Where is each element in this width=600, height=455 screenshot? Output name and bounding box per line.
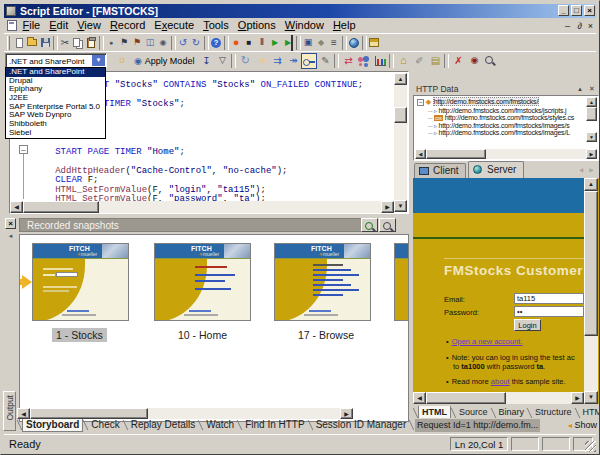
menu-edit[interactable]: Edit bbox=[45, 18, 73, 33]
http-tree-root-url[interactable]: http://demo.fmstocks.com/fmstocks/ bbox=[433, 97, 539, 106]
snapshot-label[interactable]: 1 - Stocks bbox=[52, 328, 107, 342]
tab-scroll-left-icon[interactable]: ◃ bbox=[579, 166, 583, 174]
show-link[interactable]: ◄Show bbox=[567, 419, 597, 432]
tab-watch[interactable]: Watch bbox=[203, 419, 237, 431]
snapshots-pin-icon[interactable]: ◂ bbox=[5, 231, 16, 240]
tree-scroll-left[interactable]: ◀ bbox=[415, 149, 426, 159]
refresh-icon[interactable]: ↻ bbox=[237, 53, 253, 69]
tab-htm[interactable]: HTM bbox=[580, 406, 599, 418]
snapshots-header[interactable]: Recorded snapshots bbox=[19, 218, 375, 232]
maximize-button[interactable]: □ bbox=[571, 5, 582, 16]
cut-icon[interactable]: ✂ bbox=[59, 35, 71, 51]
model-disabled-icon[interactable]: ¤ bbox=[114, 53, 130, 69]
save-icon[interactable] bbox=[39, 35, 51, 51]
snapshots-close-button[interactable]: × bbox=[5, 218, 16, 229]
preview-scroll-up[interactable]: ▲ bbox=[584, 178, 598, 191]
dropdown-option[interactable]: Epiphany bbox=[6, 85, 105, 94]
window-layout-icon[interactable] bbox=[368, 35, 380, 51]
dropdown-option[interactable]: Drupal bbox=[6, 77, 105, 86]
http-data-tree[interactable]: – ◆ http://demo.fmstocks.com/fmstocks/--… bbox=[413, 95, 599, 161]
http-data-close-icon[interactable]: ✕ bbox=[587, 84, 597, 94]
back-disabled-icon[interactable]: ◀ bbox=[253, 53, 269, 69]
stop-icon[interactable]: ■ bbox=[243, 35, 255, 51]
dropdown-option[interactable]: Shibboleth bbox=[6, 120, 105, 129]
console-icon[interactable]: ≡ bbox=[328, 35, 340, 51]
email-field[interactable]: ta115 bbox=[514, 293, 584, 304]
zoom-in-button[interactable] bbox=[361, 218, 378, 232]
editor-scroll-down[interactable]: ▼ bbox=[394, 200, 407, 212]
copy-icon[interactable] bbox=[72, 35, 84, 51]
correlate-2-icon[interactable]: ↠ bbox=[285, 53, 301, 69]
results-icon[interactable]: ▣ bbox=[302, 35, 314, 51]
snapshot-thumbnail[interactable]: FITCHmueller bbox=[394, 243, 409, 321]
help-icon[interactable]: ? bbox=[210, 35, 222, 51]
tree-scroll-right[interactable]: ▶ bbox=[586, 149, 597, 159]
tab-find-in-http[interactable]: Find In HTTP bbox=[242, 419, 307, 431]
sync-icon[interactable]: ⇄ bbox=[340, 53, 356, 69]
inspect-icon[interactable]: ◉ bbox=[157, 35, 169, 51]
minimize-button[interactable]: _ bbox=[558, 5, 569, 16]
new-file-icon[interactable] bbox=[13, 35, 25, 51]
web-icon[interactable] bbox=[348, 35, 360, 51]
menu-help[interactable]: Help bbox=[328, 18, 360, 33]
mdi-close-button[interactable]: × bbox=[588, 21, 593, 31]
toolbar-grip[interactable] bbox=[7, 36, 10, 50]
dropdown-option[interactable]: SAP Enterprise Portal 5.0 bbox=[6, 103, 105, 112]
key-red-icon[interactable]: ⚑ bbox=[131, 35, 143, 51]
combobox-dropdown-icon[interactable]: ▼ bbox=[92, 55, 105, 66]
filter-icon[interactable]: ▽ bbox=[214, 53, 230, 69]
run-to-end-icon[interactable]: ▶ bbox=[282, 35, 294, 51]
request-item[interactable]: Request Id=1 http://demo.fm... bbox=[415, 419, 540, 432]
dropdown-option[interactable]: SAP Web Dynpro bbox=[6, 111, 105, 120]
users-icon[interactable] bbox=[356, 53, 372, 69]
http-data-pin-icon[interactable]: ▴ bbox=[575, 84, 585, 94]
dropdown-option[interactable]: J2EE bbox=[6, 94, 105, 103]
error-mark-icon[interactable]: ◉ bbox=[466, 53, 482, 69]
editor-vscroll-track[interactable] bbox=[394, 85, 407, 200]
apply-model-button[interactable]: ◉Apply Model bbox=[130, 53, 198, 69]
storyboard-hscroll-thumb[interactable] bbox=[30, 408, 148, 419]
tab-output[interactable]: Output bbox=[3, 391, 16, 431]
tab-binary[interactable]: Binary bbox=[496, 406, 528, 418]
server-preview[interactable]: FMStocks Customer Email: ta115 Password:… bbox=[413, 178, 599, 404]
model-combobox[interactable]: .NET and SharePoint ▼ bbox=[5, 53, 107, 68]
tree-collapse-icon[interactable]: – bbox=[417, 99, 424, 106]
dropdown-option[interactable]: .NET and SharePoint bbox=[6, 68, 105, 77]
tree-scroll-down[interactable]: ▼ bbox=[586, 132, 597, 142]
close-button[interactable]: × bbox=[584, 5, 595, 16]
snapshot-thumbnail[interactable]: FITCHmueller bbox=[32, 243, 129, 321]
paste-icon[interactable] bbox=[85, 35, 97, 51]
tab-scroll-right-icon[interactable]: ▹ bbox=[589, 166, 593, 174]
lamp-icon[interactable]: ◆ bbox=[315, 35, 327, 51]
editor-vscroll-thumb[interactable] bbox=[394, 107, 407, 123]
chart-icon[interactable] bbox=[372, 53, 388, 69]
tab-source[interactable]: Source bbox=[456, 406, 491, 418]
http-tree-root[interactable]: – ◆ http://demo.fmstocks.com/fmstocks/ bbox=[417, 98, 539, 106]
preview-vscroll-thumb[interactable] bbox=[584, 191, 598, 336]
preview-hscroll-thumb[interactable] bbox=[426, 392, 506, 404]
tab-structure[interactable]: Structure bbox=[532, 406, 575, 418]
tab-client[interactable]: Client bbox=[414, 163, 466, 178]
dropdown-option[interactable]: Siebel bbox=[6, 129, 105, 138]
correlate-1-icon[interactable]: ⇉ bbox=[269, 53, 285, 69]
snapshot-thumbnail[interactable]: FITCHmueller bbox=[154, 243, 251, 321]
session-key-icon[interactable] bbox=[301, 53, 317, 69]
zoom-button[interactable] bbox=[379, 218, 396, 232]
preview-scroll-right[interactable]: ▶ bbox=[571, 392, 584, 404]
find-in-page-icon[interactable]: ◫ bbox=[144, 35, 156, 51]
resize-grip[interactable] bbox=[585, 441, 596, 452]
import-model-icon[interactable]: ↧ bbox=[198, 53, 214, 69]
editor-scroll-right[interactable]: ▶ bbox=[381, 201, 394, 213]
menu-file[interactable]: File bbox=[18, 18, 45, 33]
record-icon[interactable]: ● bbox=[230, 35, 242, 51]
tree-hscroll-thumb[interactable] bbox=[426, 149, 486, 159]
about-link[interactable]: about bbox=[491, 377, 510, 386]
key-dark-icon[interactable]: ⚑ bbox=[118, 35, 130, 51]
open-account-link[interactable]: Open a new account. bbox=[452, 337, 523, 346]
snapshot-label[interactable]: 10 - Home bbox=[174, 328, 231, 342]
mdi-minimize-button[interactable]: – bbox=[565, 21, 570, 31]
redo-icon[interactable]: ↻ bbox=[190, 35, 202, 51]
menu-record[interactable]: Record bbox=[105, 18, 149, 33]
tab-storyboard[interactable]: Storyboard bbox=[22, 419, 83, 432]
open-file-icon[interactable] bbox=[26, 35, 38, 51]
